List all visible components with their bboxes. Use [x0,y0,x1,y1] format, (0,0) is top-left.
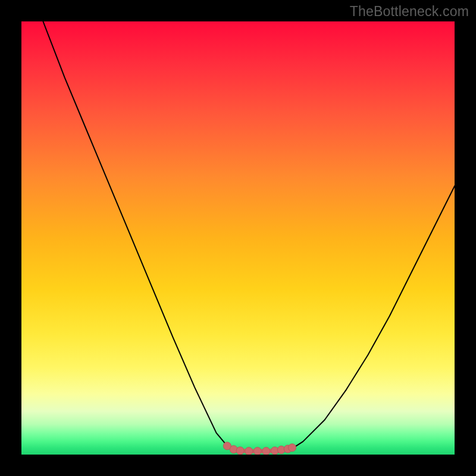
marker-point [289,444,296,452]
marker-point [253,447,261,455]
curve-layer [21,21,455,455]
plot-area [21,21,455,455]
watermark-text: TheBottleneck.com [350,4,469,20]
marker-point [236,447,244,455]
chart-frame: TheBottleneck.com [0,0,476,476]
bottleneck-curve [43,21,455,452]
marker-point [245,447,253,455]
marker-point [262,447,270,455]
